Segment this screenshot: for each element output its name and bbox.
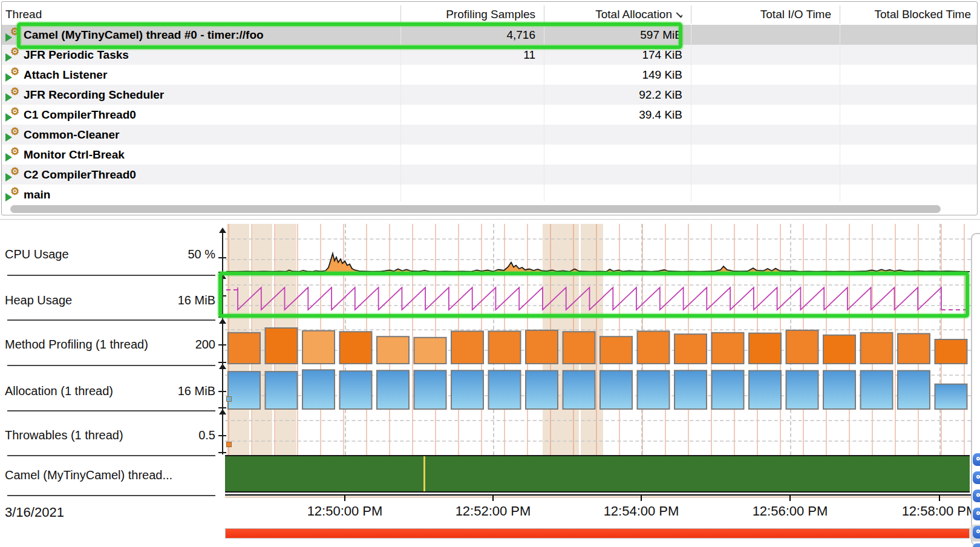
- toolbar-button[interactable]: [973, 508, 980, 520]
- toolbar-button-icon: [976, 457, 980, 460]
- time-axis: [225, 494, 972, 496]
- cell-value: [691, 25, 831, 45]
- cell-value: [691, 65, 831, 85]
- horizontal-scrollbar-thumb[interactable]: [10, 205, 941, 213]
- cell-value: [691, 165, 831, 185]
- cpu-usage-chart: [225, 229, 971, 275]
- date-label: 3/16/2021: [5, 505, 64, 520]
- toolbar-button-icon: [976, 475, 980, 479]
- time-tick: [789, 494, 791, 501]
- toolbar-button[interactable]: [973, 453, 980, 466]
- timeline-panel[interactable]: CPU Usage50 %Heap Usage16 MiBMethod Prof…: [0, 219, 980, 547]
- time-tick: [641, 494, 642, 501]
- cell-value: [691, 125, 831, 145]
- column-header-profiling-samples[interactable]: Profiling Samples: [400, 4, 535, 25]
- thread-rows[interactable]: ⚙Camel (MyTinyCamel) thread #0 - timer:/…: [2, 25, 977, 201]
- column-header-label: Total I/O Time: [760, 8, 831, 21]
- method-profiling-chart: [225, 319, 971, 365]
- time-tick-label: 12:50:00 PM: [287, 503, 402, 519]
- time-tick: [344, 494, 345, 501]
- method-series-chip: [226, 442, 232, 447]
- value-axis: [222, 232, 223, 274]
- allocation-series-chip: [226, 396, 232, 402]
- body-column-separator: [400, 25, 401, 201]
- cell-value: 39.4 KiB: [544, 105, 682, 125]
- lane-separator: [7, 319, 215, 321]
- time-axis-underline: [225, 496, 971, 498]
- table-row[interactable]: ⚙JFR Recording Scheduler92.2 KiB: [2, 85, 977, 105]
- column-header-total-blocked-time[interactable]: Total Blocked Time: [840, 4, 971, 25]
- cell-value: [840, 145, 971, 165]
- lane-label: Camel (MyTinyCamel) thread...: [5, 467, 172, 483]
- lane-separator: [7, 455, 215, 456]
- thread-name: Common-Cleaner: [2, 125, 400, 145]
- table-row[interactable]: ⚙Attach Listener149 KiB: [2, 65, 977, 85]
- lane-label: Heap Usage: [5, 292, 72, 308]
- time-tick-label: 12:56:00 PM: [733, 503, 848, 519]
- cell-value: [400, 145, 535, 165]
- toolbar-button[interactable]: [973, 471, 980, 484]
- lane-label: CPU Usage: [5, 246, 69, 262]
- thread-name: C1 CompilerThread0: [2, 105, 400, 125]
- thread-name: C2 CompilerThread0: [2, 165, 400, 185]
- lane-unit-label: 16 MiB: [126, 383, 215, 399]
- lane-separator: [7, 410, 215, 411]
- cell-value: [400, 85, 535, 105]
- header-column-separator: [691, 5, 691, 24]
- toolbar-button[interactable]: [973, 526, 980, 539]
- table-row[interactable]: ⚙C2 CompilerThread0: [2, 165, 977, 185]
- cell-value: [400, 165, 535, 185]
- value-axis: [222, 368, 223, 410]
- thread-name: Attach Listener: [2, 65, 400, 85]
- allocation-chart: [225, 365, 971, 410]
- annotation-selected-thread-row: [17, 22, 682, 49]
- cell-value: [840, 45, 971, 65]
- column-header-label: Profiling Samples: [446, 8, 535, 21]
- timeline-plot[interactable]: [225, 219, 971, 497]
- range-selector-bar[interactable]: [225, 528, 970, 539]
- cell-value: [400, 105, 535, 125]
- time-tick-label: 12:52:00 PM: [436, 503, 550, 519]
- cell-value: [840, 185, 971, 201]
- thread-name: main: [2, 185, 400, 201]
- thread-name: JFR Recording Scheduler: [2, 85, 400, 105]
- cell-value: [691, 85, 831, 105]
- cell-value: [400, 125, 535, 145]
- column-header-total-allocation[interactable]: Total Allocation: [544, 4, 682, 25]
- thread-activity-lane[interactable]: [225, 455, 970, 493]
- toolbar-button-icon: [976, 529, 980, 533]
- table-row[interactable]: ⚙main: [2, 185, 977, 201]
- value-axis: [222, 414, 223, 454]
- cell-value: [691, 45, 831, 65]
- body-column-separator: [840, 25, 840, 201]
- table-row[interactable]: ⚙Monitor Ctrl-Break: [2, 145, 977, 165]
- cell-value: [544, 125, 682, 145]
- time-tick: [939, 494, 940, 501]
- toolbar-button[interactable]: [973, 490, 980, 502]
- value-gridline: [225, 420, 971, 421]
- cell-value: [544, 165, 682, 185]
- value-axis: [222, 323, 223, 364]
- time-tick-label: 12:54:00 PM: [584, 503, 699, 519]
- cell-value: [840, 165, 971, 185]
- sort-chevron-down-icon: [676, 8, 682, 18]
- lane-separator: [7, 275, 215, 276]
- time-tick-label: 12:58:00 PM: [882, 503, 980, 519]
- cell-value: [544, 185, 682, 201]
- cell-value: [691, 145, 831, 165]
- event-marker: [423, 456, 425, 491]
- toolbar-button[interactable]: [973, 543, 980, 547]
- column-header-thread[interactable]: Thread: [5, 4, 400, 25]
- header-column-separator: [544, 5, 544, 24]
- table-row[interactable]: ⚙Common-Cleaner: [2, 125, 977, 145]
- lane-unit-label: 16 MiB: [126, 292, 215, 308]
- cell-value: 149 KiB: [544, 65, 682, 85]
- column-header-total-i-o-time[interactable]: Total I/O Time: [691, 4, 831, 25]
- header-column-separator: [840, 5, 840, 24]
- header-column-separator: [400, 5, 401, 24]
- column-header-label: Total Blocked Time: [875, 8, 971, 21]
- thread-name: Monitor Ctrl-Break: [2, 145, 400, 165]
- table-row[interactable]: ⚙C1 CompilerThread039.4 KiB: [2, 105, 977, 125]
- toolbar-button-icon: [976, 511, 980, 515]
- column-header-label: Total Allocation: [595, 8, 672, 21]
